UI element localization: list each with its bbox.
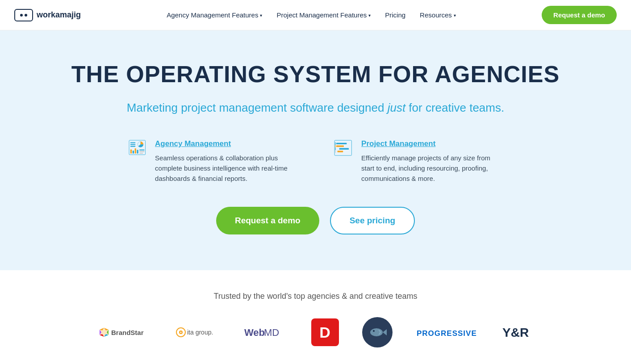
svg-text:Y&R: Y&R — [502, 326, 529, 339]
svg-rect-19 — [335, 147, 335, 150]
hero-subtitle: Marketing project management software de… — [18, 100, 613, 116]
agency-management-description: Seamless operations & collaboration plus… — [155, 153, 297, 184]
svg-marker-30 — [383, 329, 387, 335]
svg-rect-11 — [139, 153, 143, 154]
svg-rect-15 — [339, 148, 348, 149]
svg-rect-6 — [132, 151, 134, 153]
logo-webmd: Web MD — [243, 323, 288, 341]
svg-text:Web: Web — [244, 327, 265, 338]
trusted-section: Trusted by the world's top agencies & an… — [0, 270, 631, 364]
hero-section: THE OPERATING SYSTEM FOR AGENCIES Market… — [0, 30, 631, 270]
trusted-title: Trusted by the world's top agencies & an… — [18, 292, 613, 301]
svg-rect-18 — [335, 145, 335, 147]
nav-agency-management[interactable]: Agency Management Features ▾ — [160, 8, 268, 22]
project-management-title[interactable]: Project Management — [361, 139, 503, 148]
svg-rect-10 — [139, 151, 144, 152]
chevron-down-icon: ▾ — [260, 13, 262, 18]
brand-name: workamajig — [37, 10, 81, 20]
hero-request-demo-button[interactable]: Request a demo — [216, 207, 319, 234]
svg-rect-5 — [130, 149, 131, 153]
svg-text:ita group.: ita group. — [187, 329, 213, 336]
agency-management-text: Agency Management Seamless operations & … — [155, 139, 297, 184]
agency-management-icon — [128, 139, 146, 180]
svg-rect-7 — [134, 148, 136, 153]
logo-ita-group: ita group. — [176, 323, 220, 341]
fish-icon — [362, 317, 393, 347]
logo-icon — [14, 9, 33, 21]
svg-point-31 — [373, 330, 375, 332]
svg-point-29 — [370, 328, 383, 336]
svg-text:BrandStar: BrandStar — [111, 329, 144, 336]
nav-request-demo-button[interactable]: Request a demo — [542, 6, 617, 24]
agency-management-title[interactable]: Agency Management — [155, 139, 297, 148]
svg-rect-16 — [337, 151, 343, 152]
svg-rect-12 — [334, 140, 351, 155]
hero-headline: THE OPERATING SYSTEM FOR AGENCIES — [18, 62, 613, 87]
logo-progressive: PROGRESSIVE — [416, 323, 478, 341]
svg-rect-2 — [130, 144, 135, 145]
logo-yr: Y&R — [501, 323, 533, 341]
feature-agency-management: Agency Management Seamless operations & … — [128, 139, 298, 184]
svg-text:PROGRESSIVE: PROGRESSIVE — [417, 329, 477, 338]
d-icon: D — [311, 318, 339, 346]
svg-rect-17 — [335, 142, 335, 145]
logos-row: BrandStar ita group. — [18, 317, 613, 347]
nav-pricing[interactable]: Pricing — [379, 8, 412, 22]
nav-resources[interactable]: Resources ▾ — [414, 8, 462, 22]
svg-rect-1 — [130, 142, 135, 143]
logo-d-box: D — [311, 318, 339, 346]
logo-fish-circle — [362, 317, 393, 347]
svg-rect-20 — [335, 150, 335, 153]
svg-rect-9 — [139, 149, 144, 150]
svg-text:MD: MD — [264, 327, 279, 338]
project-management-text: Project Management Efficiently manage pr… — [361, 139, 503, 184]
navbar: workamajig Agency Management Features ▾ … — [0, 0, 631, 30]
svg-rect-8 — [137, 150, 138, 153]
nav-links: Agency Management Features ▾ Project Man… — [160, 8, 462, 22]
chevron-down-icon: ▾ — [454, 13, 456, 18]
chevron-down-icon: ▾ — [368, 13, 371, 18]
svg-rect-3 — [130, 146, 135, 146]
svg-rect-13 — [336, 142, 346, 144]
logo-brandstar: BrandStar — [99, 322, 152, 343]
feature-project-management: Project Management Efficiently manage pr… — [334, 139, 503, 184]
logo[interactable]: workamajig — [14, 9, 81, 21]
hero-see-pricing-button[interactable]: See pricing — [330, 207, 415, 234]
svg-rect-14 — [336, 145, 343, 146]
svg-point-25 — [180, 332, 181, 333]
project-management-icon — [334, 139, 353, 180]
project-management-description: Efficiently manage projects of any size … — [361, 153, 503, 184]
nav-project-management[interactable]: Project Management Features ▾ — [270, 8, 377, 22]
features-row: Agency Management Seamless operations & … — [18, 139, 613, 184]
cta-buttons: Request a demo See pricing — [18, 207, 613, 234]
